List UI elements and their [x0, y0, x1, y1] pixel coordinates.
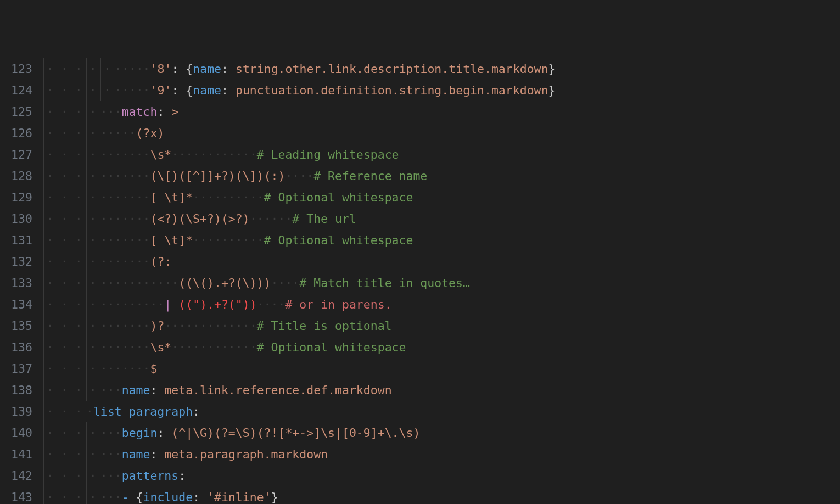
indent-guides: ···· — [43, 122, 100, 144]
whitespace: ············ — [171, 144, 256, 165]
code-token: '#inline' — [207, 486, 271, 504]
whitespace: ···· — [285, 165, 313, 187]
code-editor[interactable]: 1231241251261271281291301311321331341351… — [0, 55, 840, 504]
whitespace: ······· — [100, 229, 150, 251]
line-number: 124 — [11, 80, 32, 101]
code-token: - — [122, 486, 136, 504]
code-token: # Optional whitespace — [264, 187, 413, 208]
code-line[interactable]: ···········(\[)([^]]+?)(\])(:)····# Refe… — [43, 165, 840, 187]
code-token: : — [178, 465, 186, 486]
line-number: 143 — [11, 486, 32, 504]
code-line[interactable]: ···········\s*············# Leading whit… — [43, 144, 840, 165]
indent-guides: ··· — [43, 401, 86, 422]
code-line[interactable]: ·······name: meta.paragraph.markdown — [43, 444, 840, 465]
whitespace: ······· — [100, 315, 150, 337]
whitespace: ··· — [100, 101, 122, 122]
code-token: name — [122, 379, 150, 401]
whitespace: ··· — [100, 465, 122, 486]
line-number: 125 — [11, 101, 32, 122]
whitespace: ··········· — [100, 272, 178, 294]
code-token: punctuation.definition.string.begin.mark… — [236, 80, 548, 101]
code-line[interactable]: ···········[ \t]*··········# Optional wh… — [43, 229, 840, 251]
code-line[interactable]: ···········[ \t]*··········# Optional wh… — [43, 187, 840, 208]
code-line[interactable]: ·······patterns: — [43, 465, 840, 486]
line-number: 129 — [11, 187, 32, 208]
whitespace: ····· — [115, 58, 150, 80]
code-token: name — [193, 58, 221, 80]
indent-guides: ···· — [43, 272, 100, 294]
line-number: 130 — [11, 208, 32, 229]
indent-guides: ···· — [43, 208, 100, 229]
code-token: : — [157, 422, 171, 444]
code-line[interactable]: ····list_paragraph: — [43, 401, 840, 422]
code-line[interactable]: ·······- {include: '#inline'} — [43, 486, 840, 504]
code-line[interactable]: ··········'8': {name: string.other.link.… — [43, 58, 840, 80]
indent-guides: ···· — [43, 294, 100, 315]
indent-guides: ···· — [43, 358, 100, 379]
indent-guides: ···· — [43, 444, 100, 465]
code-token: \s* — [150, 144, 171, 165]
code-line[interactable]: ···············((\().+?(\)))····# Match … — [43, 272, 840, 294]
code-token: # Reference name — [313, 165, 427, 187]
whitespace: ··· — [100, 422, 122, 444]
code-token: # or in parens. — [285, 294, 391, 315]
whitespace: ·········· — [193, 229, 264, 251]
code-line[interactable]: ···········\s*············# Optional whi… — [43, 337, 840, 358]
code-line[interactable]: ·········(?x) — [43, 122, 840, 144]
code-token: # Title is optional — [257, 315, 392, 337]
line-number: 142 — [11, 465, 32, 486]
code-token: (^|\G)(?=\S)(?![*+->]\s|[0-9]+\.\s) — [171, 422, 420, 444]
code-token: : — [171, 58, 186, 80]
indent-guides: ···· — [43, 337, 100, 358]
whitespace: · — [86, 401, 93, 422]
code-token: ((\().+?(\))) — [178, 272, 271, 294]
code-token: name — [122, 444, 150, 465]
code-token: )? — [150, 315, 164, 337]
line-number: 131 — [11, 229, 32, 251]
indent-guides: ···· — [43, 251, 100, 272]
whitespace: ······· — [100, 165, 150, 187]
code-token: # Optional whitespace — [257, 337, 406, 358]
line-number: 126 — [11, 122, 32, 144]
whitespace: ····· — [100, 122, 136, 144]
code-content[interactable]: ··········'8': {name: string.other.link.… — [43, 55, 840, 504]
line-number: 136 — [11, 337, 32, 358]
code-line[interactable]: ··········'9': {name: punctuation.defini… — [43, 80, 840, 101]
whitespace: ······· — [100, 144, 150, 165]
line-number: 128 — [11, 165, 32, 187]
indent-guides: ····· — [43, 80, 115, 101]
line-number: 133 — [11, 272, 32, 294]
code-token: # Leading whitespace — [257, 144, 399, 165]
line-number: 123 — [11, 58, 32, 80]
code-line[interactable]: ···········(?: — [43, 251, 840, 272]
whitespace: ··· — [100, 379, 122, 401]
code-line[interactable]: ·······name: meta.link.reference.def.mar… — [43, 379, 840, 401]
whitespace: ······· — [100, 208, 150, 229]
indent-guides: ···· — [43, 422, 100, 444]
code-token: } — [548, 80, 555, 101]
code-token: { — [136, 486, 143, 504]
code-token: $ — [150, 358, 157, 379]
indent-guides: ···· — [43, 101, 100, 122]
line-number: 139 — [11, 401, 32, 422]
code-line[interactable]: ···········)?·············# Title is opt… — [43, 315, 840, 337]
code-token: { — [186, 58, 193, 80]
whitespace: ·········· — [193, 187, 264, 208]
code-token: : — [157, 101, 171, 122]
code-token: include — [143, 486, 193, 504]
code-token: (?x) — [136, 122, 165, 144]
code-token: { — [186, 80, 193, 101]
code-line[interactable]: ·······begin: (^|\G)(?=\S)(?![*+->]\s|[0… — [43, 422, 840, 444]
whitespace: ······· — [100, 187, 150, 208]
code-line[interactable]: ···········(<?)(\S+?)(>?)······# The url — [43, 208, 840, 229]
code-line[interactable]: ·············| ((").+?("))····# or in pa… — [43, 294, 840, 315]
code-token: string.other.link.description.title.mark… — [236, 58, 548, 80]
code-line[interactable]: ·······match: > — [43, 101, 840, 122]
code-token: : — [150, 379, 164, 401]
code-token: : — [221, 58, 236, 80]
code-token: : — [193, 486, 207, 504]
code-token: (\[)([^]]+?)(\])(:) — [150, 165, 285, 187]
indent-guides: ···· — [43, 187, 100, 208]
code-line[interactable]: ···········$ — [43, 358, 840, 379]
code-token: # The url — [292, 208, 356, 229]
